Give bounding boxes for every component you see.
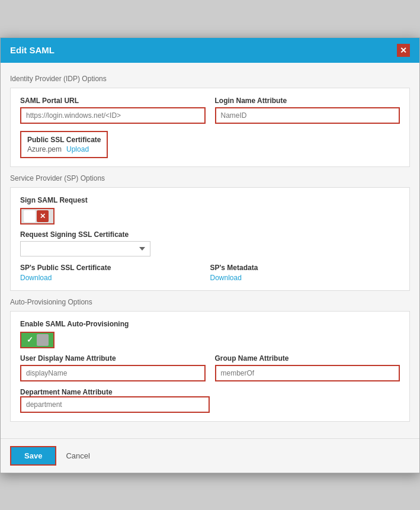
sp-section-title: Service Provider (SP) Options xyxy=(10,174,410,182)
idp-section-box: SAML Portal URL Login Name Attribute Pub… xyxy=(10,88,410,167)
request-signing-ssl-select[interactable] xyxy=(20,241,150,256)
user-display-name-label: User Display Name Attribute xyxy=(20,354,206,363)
saml-portal-url-label: SAML Portal URL xyxy=(20,97,206,105)
sign-saml-toggle-container: ✕ xyxy=(20,208,400,224)
sp-public-ssl-col: SP's Public SSL Certificate Download xyxy=(20,264,210,282)
request-signing-ssl-group: Request Signing SSL Certificate xyxy=(20,230,400,256)
group-name-label: Group Name Attribute xyxy=(215,354,400,363)
user-display-name-input[interactable] xyxy=(20,365,206,381)
saml-portal-url-input[interactable] xyxy=(20,107,206,124)
modal-title: Edit SAML xyxy=(10,45,54,55)
modal-header: Edit SAML ✕ xyxy=(1,38,419,63)
sp-links-row: SP's Public SSL Certificate Download SP'… xyxy=(20,264,400,282)
cancel-button[interactable]: Cancel xyxy=(62,447,93,464)
ssl-cert-row: Azure.pem Upload xyxy=(27,145,101,153)
close-button[interactable]: ✕ xyxy=(397,44,410,57)
department-name-group: Department Name Attribute xyxy=(20,387,400,413)
auto-provisioning-section-title: Auto-Provisioning Options xyxy=(10,298,410,306)
auto-provisioning-toggle[interactable]: ✓ xyxy=(20,332,54,348)
sign-saml-group: Sign SAML Request ✕ xyxy=(20,196,400,224)
sp-public-ssl-label: SP's Public SSL Certificate xyxy=(20,264,210,272)
toggle-knob-dark xyxy=(37,334,49,346)
modal-footer: Save Cancel xyxy=(1,438,419,473)
group-name-input[interactable] xyxy=(215,365,400,381)
ssl-cert-group: Public SSL Certificate Azure.pem Upload xyxy=(20,130,400,158)
idp-section-title: Identity Provider (IDP) Options xyxy=(10,75,410,83)
group-name-group: Group Name Attribute xyxy=(215,354,400,381)
user-group-row: User Display Name Attribute Group Name A… xyxy=(20,354,400,381)
department-name-input[interactable] xyxy=(20,396,210,413)
ssl-cert-filename: Azure.pem xyxy=(27,145,62,153)
auto-provisioning-section-box: Enable SAML Auto-Provisioning ✓ User Dis… xyxy=(10,311,410,422)
modal-body: Identity Provider (IDP) Options SAML Por… xyxy=(1,63,419,438)
sp-metadata-label: SP's Metadata xyxy=(210,264,400,272)
save-button[interactable]: Save xyxy=(10,446,56,466)
login-name-attr-label: Login Name Attribute xyxy=(215,97,400,105)
sign-saml-label: Sign SAML Request xyxy=(20,196,400,204)
ssl-cert-label: Public SSL Certificate xyxy=(27,136,101,144)
login-name-attr-input[interactable] xyxy=(215,107,400,124)
auto-provisioning-toggle-container: ✓ xyxy=(20,332,400,348)
toggle-x-icon: ✕ xyxy=(37,210,49,222)
request-signing-ssl-label: Request Signing SSL Certificate xyxy=(20,230,400,239)
sp-public-ssl-download[interactable]: Download xyxy=(20,274,52,282)
enable-auto-provisioning-label: Enable SAML Auto-Provisioning xyxy=(20,320,400,328)
sign-saml-toggle[interactable]: ✕ xyxy=(20,208,54,224)
ssl-cert-box: Public SSL Certificate Azure.pem Upload xyxy=(20,131,108,158)
login-name-attr-group: Login Name Attribute xyxy=(215,97,400,124)
sp-metadata-download[interactable]: Download xyxy=(210,274,242,282)
sp-section-box: Sign SAML Request ✕ Request Signing SSL … xyxy=(10,187,410,291)
user-display-name-group: User Display Name Attribute xyxy=(20,354,206,381)
saml-portal-url-group: SAML Portal URL xyxy=(20,97,206,124)
idp-top-row: SAML Portal URL Login Name Attribute xyxy=(20,97,400,124)
upload-link[interactable]: Upload xyxy=(66,145,89,153)
edit-saml-modal: Edit SAML ✕ Identity Provider (IDP) Opti… xyxy=(0,37,420,473)
toggle-check-icon: ✓ xyxy=(24,334,36,346)
department-name-label: Department Name Attribute xyxy=(20,388,113,396)
enable-auto-provisioning-group: Enable SAML Auto-Provisioning ✓ xyxy=(20,320,400,348)
toggle-knob xyxy=(24,210,36,222)
sp-metadata-col: SP's Metadata Download xyxy=(210,264,400,282)
